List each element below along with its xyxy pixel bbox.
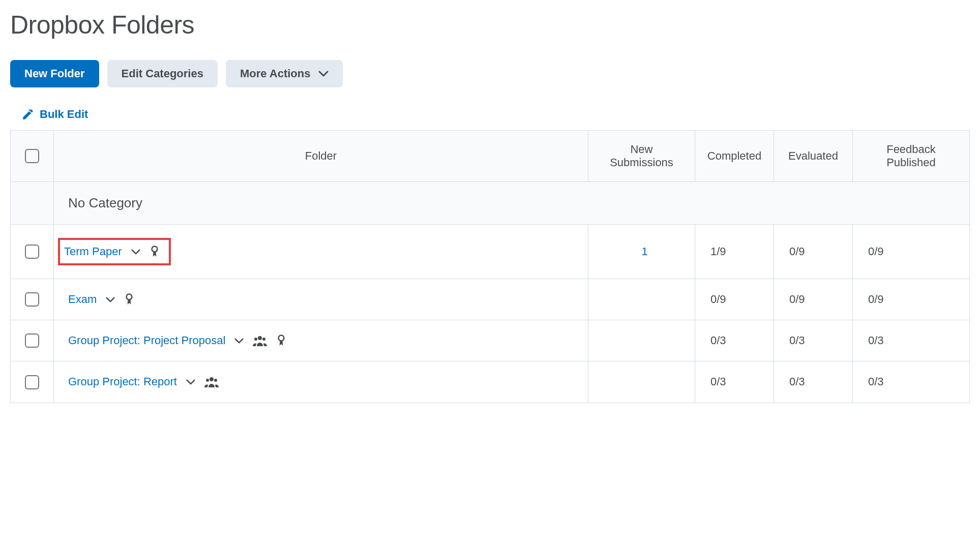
folder-cell: Group Project: Report [54,361,588,403]
highlight-annotation: Term Paper [58,238,171,265]
new-submissions-cell [588,320,695,361]
award-icon [150,245,160,258]
completed-cell: 1/9 [695,225,774,279]
folder-link[interactable]: Group Project: Report [68,375,177,388]
table-header-row: Folder New Submissions Completed Evaluat… [11,131,970,182]
edit-categories-label: Edit Categories [122,67,203,80]
chevron-down-icon[interactable] [234,338,244,344]
more-actions-label: More Actions [240,67,311,80]
row-check-cell [11,320,54,361]
svg-point-1 [127,294,132,300]
more-actions-button[interactable]: More Actions [226,60,343,87]
folder-cell: Group Project: Project Proposal [54,320,588,361]
group-icon [253,335,267,346]
folder-cell: Term Paper [54,225,588,279]
row-checkbox[interactable] [25,245,39,259]
completed-cell: 0/9 [695,279,774,320]
feedback-cell: 0/3 [853,320,970,361]
evaluated-cell: 0/3 [774,361,853,403]
feedback-cell: 0/9 [853,225,970,279]
new-submissions-cell [588,279,695,320]
header-folder: Folder [54,131,588,182]
award-icon [276,334,286,347]
table-row: Group Project: Report 0/3 0/3 0/3 [11,361,970,403]
action-bar: New Folder Edit Categories More Actions [10,60,970,87]
svg-point-5 [279,336,284,341]
category-row: No Category [11,182,970,225]
category-name: No Category [54,182,970,225]
folder-link[interactable]: Exam [68,293,97,306]
svg-point-4 [262,338,265,341]
chevron-down-icon[interactable] [186,379,195,385]
feedback-cell: 0/9 [853,279,970,320]
new-folder-label: New Folder [24,67,85,80]
bulk-edit-link[interactable]: Bulk Edit [40,108,88,121]
header-feedback-published: Feedback Published [853,131,970,182]
select-all-checkbox[interactable] [25,149,39,163]
folder-cell: Exam [54,279,588,320]
svg-point-0 [152,247,157,252]
row-check-cell [11,361,54,403]
edit-categories-button[interactable]: Edit Categories [107,60,218,87]
folder-link[interactable]: Group Project: Project Proposal [68,334,225,347]
table-row: Exam 0/9 0/9 0/9 [11,279,970,320]
new-submissions-link[interactable]: 1 [641,245,647,258]
chevron-down-icon[interactable] [131,249,140,255]
header-completed: Completed [695,131,774,182]
chevron-down-icon[interactable] [106,297,115,302]
category-check-cell [11,182,54,225]
evaluated-cell: 0/3 [774,320,853,361]
group-icon [204,376,219,387]
chevron-down-icon [318,71,329,77]
new-submissions-cell [588,361,695,403]
header-evaluated: Evaluated [774,131,853,182]
svg-point-3 [254,338,257,341]
row-check-cell [11,225,54,279]
evaluated-cell: 0/9 [774,225,853,279]
award-icon [124,293,134,306]
completed-cell: 0/3 [695,361,774,403]
row-checkbox[interactable] [25,333,39,348]
header-checkbox-cell [11,131,54,182]
new-folder-button[interactable]: New Folder [10,60,99,87]
completed-cell: 0/3 [695,320,774,361]
table-row: Group Project: Project Proposal 0/3 0/3 … [11,320,970,361]
header-new-submissions: New Submissions [588,131,695,182]
svg-point-8 [214,379,217,382]
feedback-cell: 0/3 [853,361,970,403]
row-checkbox[interactable] [25,292,39,307]
svg-point-6 [210,377,214,381]
folders-table: Folder New Submissions Completed Evaluat… [10,130,970,403]
page-title: Dropbox Folders [10,10,970,40]
new-submissions-cell: 1 [588,225,695,279]
pencil-icon [21,108,35,121]
svg-point-7 [206,379,209,382]
svg-point-2 [258,336,262,340]
folder-link[interactable]: Term Paper [64,245,122,258]
bulk-edit-row: Bulk Edit [21,108,970,121]
row-check-cell [11,279,54,320]
table-row: Term Paper 1 1/9 0/9 0/9 [11,225,970,279]
row-checkbox[interactable] [25,375,39,389]
evaluated-cell: 0/9 [774,279,853,320]
